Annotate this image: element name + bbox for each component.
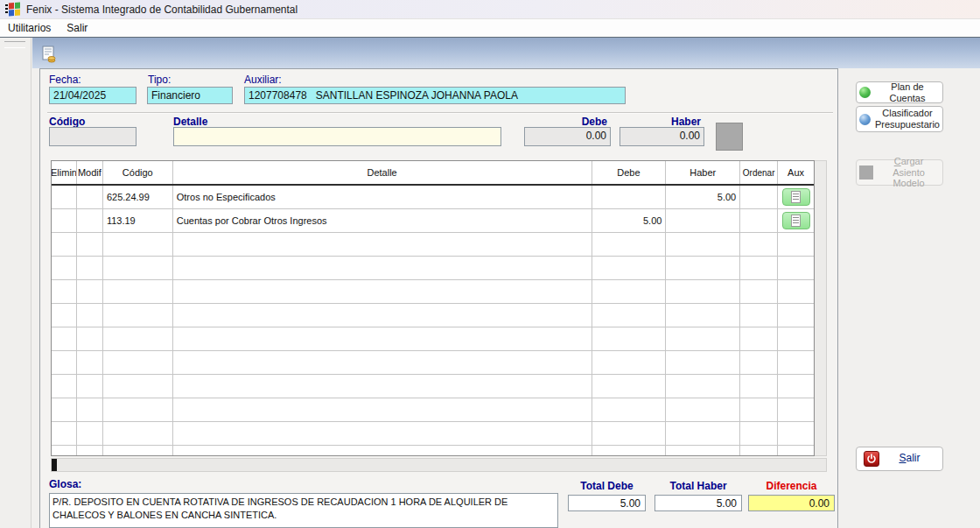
- empty-cell: [592, 398, 667, 421]
- scrollbar-thumb[interactable]: [52, 459, 57, 471]
- empty-cell: [173, 351, 592, 374]
- empty-cell: [77, 233, 103, 256]
- auxiliar-field[interactable]: 1207708478 SANTILLAN ESPINOZA JOHANNA PA…: [244, 87, 626, 104]
- aux-cell: [778, 209, 814, 232]
- header-debe[interactable]: Debe: [592, 161, 667, 184]
- modif-cell[interactable]: [77, 209, 103, 232]
- separator-line: [47, 112, 833, 114]
- table-row[interactable]: 113.19 Cuentas por Cobrar Otros Ingresos…: [52, 209, 814, 233]
- ordenar-cell[interactable]: [740, 209, 778, 232]
- aux-cell: [778, 186, 814, 208]
- empty-cell: [173, 327, 592, 350]
- table-row[interactable]: 625.24.99 Otros no Especificados 5.00: [52, 186, 814, 209]
- table-horizontal-scrollbar[interactable]: [51, 458, 827, 472]
- empty-cell: [173, 280, 592, 303]
- empty-cell: [592, 257, 667, 279]
- empty-cell: [52, 280, 77, 303]
- cargar-asiento-label: Cargar Asiento Modelo: [878, 156, 940, 189]
- empty-cell: [778, 398, 814, 421]
- tipo-label: Tipo:: [148, 74, 171, 86]
- detalle-label: Detalle: [173, 116, 207, 128]
- total-debe-label: Total Debe: [568, 480, 646, 492]
- empty-cell: [740, 375, 778, 398]
- gray-square-icon: [859, 165, 873, 180]
- splitter-grip[interactable]: [4, 41, 25, 48]
- table-row-empty[interactable]: [52, 422, 814, 446]
- fecha-field[interactable]: 21/04/2025: [49, 87, 136, 104]
- empty-cell: [103, 446, 173, 456]
- aux-button[interactable]: [782, 212, 810, 229]
- menu-salir[interactable]: Salir: [59, 20, 95, 36]
- table-vertical-scrollbar[interactable]: [815, 160, 827, 456]
- debe-input[interactable]: 0.00: [524, 127, 611, 146]
- glosa-textarea[interactable]: P/R. DEPOSITO EN CUENTA ROTATIVA DE INGR…: [49, 493, 558, 528]
- header-detalle[interactable]: Detalle: [173, 161, 592, 184]
- empty-cell: [666, 304, 740, 327]
- table-row-empty[interactable]: [52, 280, 814, 304]
- plan-de-cuentas-button[interactable]: Plan de Cuentas: [856, 81, 943, 103]
- empty-cell: [592, 446, 667, 456]
- elimin-cell[interactable]: [52, 209, 77, 232]
- table-row-empty[interactable]: [52, 233, 814, 257]
- menu-utilitarios[interactable]: Utilitarios: [0, 20, 59, 36]
- table-row-empty[interactable]: [52, 375, 814, 398]
- codigo-input[interactable]: [49, 127, 136, 146]
- detalle-cell: Cuentas por Cobrar Otros Ingresos: [173, 209, 592, 232]
- empty-cell: [103, 375, 173, 398]
- empty-cell: [173, 233, 592, 256]
- header-codigo[interactable]: Código: [103, 161, 173, 184]
- table-header-row: Elimin Modif Código Detalle Debe Haber O…: [52, 161, 814, 186]
- header-aux[interactable]: Aux: [778, 161, 814, 184]
- detalle-input[interactable]: [173, 127, 501, 146]
- header-elimin[interactable]: Elimin: [52, 161, 77, 184]
- empty-cell: [52, 351, 77, 374]
- empty-cell: [77, 446, 103, 456]
- empty-cell: [103, 398, 173, 421]
- empty-cell: [666, 351, 740, 374]
- codigo-label: Código: [49, 116, 85, 128]
- cargar-asiento-modelo-button[interactable]: Cargar Asiento Modelo: [856, 159, 943, 186]
- table-row-empty[interactable]: [52, 257, 814, 280]
- glosa-label: Glosa:: [49, 478, 81, 490]
- empty-cell: [52, 233, 77, 256]
- table-row-empty[interactable]: [52, 351, 814, 375]
- empty-cell: [173, 398, 592, 421]
- salir-button[interactable]: Salir: [856, 447, 943, 471]
- empty-cell: [103, 304, 173, 327]
- header-ordenar[interactable]: Ordenar: [740, 161, 778, 184]
- empty-cell: [592, 422, 667, 445]
- ordenar-cell[interactable]: [740, 186, 778, 208]
- empty-cell: [740, 280, 778, 303]
- empty-cell: [173, 304, 592, 327]
- new-entry-button[interactable]: [38, 44, 60, 65]
- empty-cell: [740, 351, 778, 374]
- empty-cell: [592, 375, 667, 398]
- table-row-empty[interactable]: [52, 304, 814, 327]
- table-row-empty[interactable]: [52, 446, 814, 456]
- haber-input[interactable]: 0.00: [620, 127, 704, 146]
- empty-cell: [778, 446, 814, 456]
- add-line-button[interactable]: [716, 123, 743, 151]
- app-window: Fenix - Sistema Integrado de Contabilida…: [0, 0, 980, 528]
- elimin-cell[interactable]: [52, 186, 77, 208]
- table-row-empty[interactable]: [52, 327, 814, 351]
- aux-document-icon: [791, 215, 801, 227]
- empty-cell: [592, 233, 667, 256]
- empty-cell: [77, 351, 103, 374]
- left-collapsed-panel[interactable]: [0, 38, 32, 528]
- aux-document-icon: [791, 191, 801, 203]
- clasificador-presupuestario-button[interactable]: Clasificador Presupuestario: [856, 106, 943, 132]
- empty-cell: [77, 398, 103, 421]
- table-row-empty[interactable]: [52, 398, 814, 422]
- total-haber-field: 5.00: [654, 495, 742, 511]
- header-modif[interactable]: Modif: [77, 161, 103, 184]
- empty-cell: [778, 327, 814, 350]
- header-haber[interactable]: Haber: [666, 161, 740, 184]
- tipo-field[interactable]: Financiero: [147, 87, 233, 104]
- modif-cell[interactable]: [77, 186, 103, 208]
- green-sphere-icon: [859, 87, 871, 98]
- empty-cell: [173, 422, 592, 445]
- aux-button[interactable]: [782, 188, 810, 206]
- empty-cell: [103, 233, 173, 256]
- empty-cell: [173, 446, 592, 456]
